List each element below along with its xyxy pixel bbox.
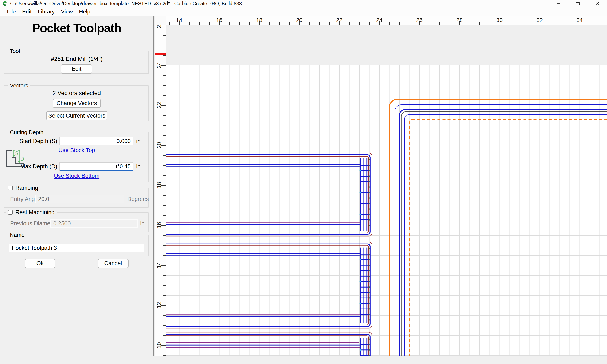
ruler-tick [163,35,166,36]
ruler-tick [600,22,600,25]
ruler-tick [590,22,590,25]
ruler-tick [199,22,199,25]
status-bar [0,356,607,364]
ruler-tick [163,155,166,156]
previous-diameter-input: 0.2500 [50,219,138,228]
pocket-toolpath-panel: Pocket Toolpath Tool #251 End Mill (1/4"… [0,16,154,356]
menu-view[interactable]: View [61,8,73,15]
svg-text:S: S [15,150,19,156]
ruler-tick [163,95,166,96]
ruler-tick [163,75,166,76]
ruler-label: 20 [155,141,164,150]
ruler-tick [369,22,370,25]
ruler-tick [163,135,166,136]
page-title: Pocket Toolpath [0,21,153,35]
max-depth-unit: in [136,162,141,171]
window-title: C:/Users/willa/OneDrive/Desktop/drawer_b… [10,0,242,7]
menu-library[interactable]: Library [38,8,54,15]
previous-diameter-unit: in [140,219,145,228]
ruler-tick [163,315,166,316]
ruler-tick [449,22,450,25]
select-current-vectors-button[interactable]: Select Current Vectors [46,111,107,120]
name-group-label: Name [8,232,26,238]
restore-button[interactable] [568,0,588,7]
ruler-tick [520,22,520,25]
menu-file[interactable]: File [7,8,16,15]
ramping-checkbox[interactable] [8,186,13,190]
max-depth-label: Max Depth (D) [0,162,57,171]
ruler-tick [269,22,270,25]
ruler-tick [209,22,210,25]
ruler-tick [163,245,166,246]
rest-machining-checkbox[interactable] [8,210,13,215]
ruler-tick [163,235,166,236]
ruler-tick [163,285,166,286]
ruler-tick [163,215,166,216]
cancel-button[interactable]: Cancel [98,259,129,268]
ruler-tick [510,22,510,25]
ruler-tick [319,22,320,25]
ruler-tick [163,295,166,296]
ruler-tick [359,22,360,25]
entry-angle-label: Entry Angle [10,195,39,203]
cutting-depth-group-label: Cutting Depth [8,129,45,136]
ruler-label: 20 [296,17,303,24]
ruler-label: 22 [155,101,164,110]
ruler-label: 22 [336,17,343,24]
ruler-label: 12 [155,301,164,310]
ruler-tick [309,22,310,25]
ruler-tick [409,22,410,25]
ruler-tick [550,22,550,25]
ruler-horizontal: 1416182022242628303234 [155,16,607,25]
minimize-button[interactable] [549,0,568,7]
ruler-tick [479,22,480,25]
ruler-tick [163,115,166,116]
ruler-label: 24 [155,60,164,70]
app-logo-icon [2,1,8,6]
ruler-tick [470,22,470,25]
ruler-tick [289,22,290,25]
ruler-tick [229,22,230,25]
ruler-label: 34 [576,17,583,24]
close-button[interactable] [588,0,607,7]
use-stock-bottom-link[interactable]: Use Stock Bottom [0,173,153,179]
menu-bar: File Edit Library View Help [0,7,607,16]
ruler-tick [239,22,240,25]
ruler-tick [163,205,166,206]
start-depth-input[interactable]: 0.000 [59,137,133,145]
menu-edit[interactable]: Edit [22,8,32,15]
ruler-tick [163,85,166,86]
ruler-vertical: 262422201816141210 [155,25,166,356]
drawing-area[interactable] [166,25,607,356]
ruler-tick [439,22,440,25]
ruler-tick [349,22,350,25]
ok-button[interactable]: Ok [25,259,55,268]
ruler-tick [189,22,190,25]
max-depth-input[interactable]: t*0.45 [59,162,133,171]
ruler-tick [163,175,166,176]
ruler-tick [163,165,166,166]
ruler-tick [163,275,166,276]
close-icon [594,1,600,6]
change-vectors-button[interactable]: Change Vectors [53,99,101,108]
ruler-tick [530,22,530,25]
ruler-label: 16 [216,17,222,24]
app-window: C:/Users/willa/OneDrive/Desktop/drawer_b… [0,0,607,364]
start-depth-label: Start Depth (S) [0,137,57,145]
tool-name: #251 End Mill (1/4") [0,56,153,62]
toolpath-name-input[interactable]: Pocket Toolpath 3 [9,244,144,252]
ruler-label: 16 [155,221,164,230]
menu-help[interactable]: Help [79,8,90,15]
design-canvas[interactable]: 1416182022242628303234 26242220181614121… [155,16,607,356]
title-bar: C:/Users/willa/OneDrive/Desktop/drawer_b… [0,0,607,7]
ruler-tick [279,22,280,25]
ruler-tick [163,195,166,196]
ruler-tick [570,22,570,25]
ruler-tick [169,22,170,25]
edit-tool-button[interactable]: Edit [61,65,92,74]
ruler-tick [560,22,560,25]
ruler-tick [163,55,166,56]
rest-machining-checkrow: Rest Machining [6,208,57,216]
ruler-tick [430,22,430,25]
ramping-label: Ramping [15,185,38,191]
